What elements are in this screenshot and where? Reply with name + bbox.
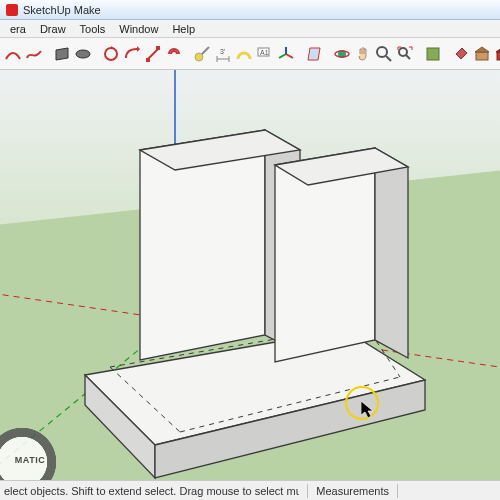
svg-marker-45 bbox=[375, 148, 408, 358]
svg-point-2 bbox=[105, 48, 117, 60]
rectangle-tool-icon[interactable] bbox=[52, 42, 72, 66]
previous-view-tool-icon[interactable] bbox=[423, 42, 443, 66]
pan-tool-icon[interactable] bbox=[353, 42, 373, 66]
protractor-tool-icon[interactable] bbox=[234, 42, 254, 66]
svg-line-17 bbox=[279, 54, 286, 58]
status-separator bbox=[397, 484, 398, 498]
svg-marker-4 bbox=[137, 46, 140, 52]
svg-point-1 bbox=[76, 50, 90, 58]
svg-text:A1: A1 bbox=[260, 49, 269, 56]
status-hint: elect objects. Shift to extend select. D… bbox=[4, 485, 299, 497]
svg-line-16 bbox=[286, 54, 293, 58]
extension-warehouse-tool-icon[interactable] bbox=[493, 42, 500, 66]
tape-measure-tool-icon[interactable] bbox=[192, 42, 212, 66]
status-bar: elect objects. Shift to extend select. D… bbox=[0, 480, 500, 500]
follow-me-tool-icon[interactable] bbox=[122, 42, 142, 66]
status-separator bbox=[307, 484, 308, 498]
arc-tool-icon[interactable] bbox=[3, 42, 23, 66]
svg-rect-6 bbox=[156, 46, 160, 50]
rotate-tool-icon[interactable] bbox=[101, 42, 121, 66]
svg-line-8 bbox=[202, 47, 209, 54]
3d-viewport[interactable]: MATIC bbox=[0, 70, 500, 480]
menu-item[interactable]: Window bbox=[113, 22, 164, 36]
window-title: SketchUp Make bbox=[23, 4, 101, 16]
svg-line-24 bbox=[406, 55, 410, 59]
axes-tool-icon[interactable] bbox=[276, 42, 296, 66]
menu-item[interactable]: Draw bbox=[34, 22, 72, 36]
menu-item[interactable]: Help bbox=[166, 22, 201, 36]
freehand-tool-icon[interactable] bbox=[24, 42, 44, 66]
zoom-extents-tool-icon[interactable] bbox=[395, 42, 415, 66]
svg-rect-27 bbox=[476, 52, 488, 60]
svg-marker-26 bbox=[456, 48, 467, 59]
svg-rect-25 bbox=[427, 48, 439, 60]
menu-item[interactable]: era bbox=[4, 22, 32, 36]
offset-tool-icon[interactable] bbox=[164, 42, 184, 66]
svg-text:3': 3' bbox=[220, 48, 225, 55]
svg-point-7 bbox=[195, 53, 203, 61]
menu-bar: era Draw Tools Window Help bbox=[0, 20, 500, 38]
3d-warehouse-tool-icon[interactable] bbox=[472, 42, 492, 66]
app-icon bbox=[6, 4, 18, 16]
svg-marker-18 bbox=[308, 48, 320, 60]
window-titlebar: SketchUp Make bbox=[0, 0, 500, 20]
scene-svg bbox=[0, 70, 500, 480]
circle-tool-icon[interactable] bbox=[73, 42, 93, 66]
dimension-tool-icon[interactable]: 3' bbox=[213, 42, 233, 66]
zoom-tool-icon[interactable] bbox=[374, 42, 394, 66]
svg-marker-28 bbox=[475, 47, 489, 52]
menu-item[interactable]: Tools bbox=[74, 22, 112, 36]
svg-marker-0 bbox=[56, 48, 68, 60]
svg-point-21 bbox=[377, 47, 387, 57]
measurements-label: Measurements bbox=[316, 485, 389, 497]
svg-rect-5 bbox=[146, 58, 150, 62]
paint-bucket-tool-icon[interactable] bbox=[451, 42, 471, 66]
scale-tool-icon[interactable] bbox=[143, 42, 163, 66]
toolbar: 3' A1 bbox=[0, 38, 500, 70]
text-tool-icon[interactable]: A1 bbox=[255, 42, 275, 66]
svg-marker-30 bbox=[496, 47, 500, 52]
svg-point-23 bbox=[399, 48, 407, 56]
orbit-tool-icon[interactable] bbox=[332, 42, 352, 66]
svg-line-22 bbox=[386, 56, 391, 61]
section-plane-tool-icon[interactable] bbox=[304, 42, 324, 66]
